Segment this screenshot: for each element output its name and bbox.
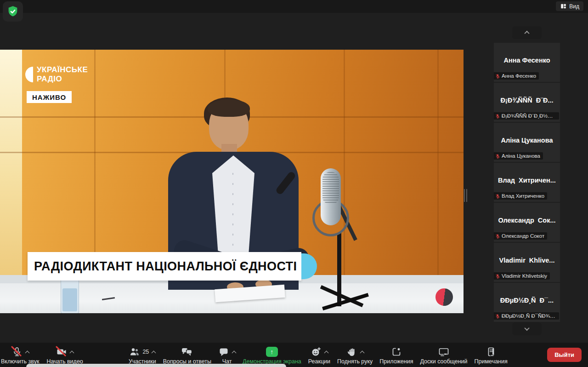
chevron-up-icon: [524, 31, 529, 36]
start-video-button[interactable]: Начать видео: [46, 343, 83, 365]
participant-name: ĐĐµĐ½Đ¸Ñ Đ¯...: [495, 297, 559, 304]
filmstrip-scroll-up-button[interactable]: [512, 26, 542, 39]
wall-seam: [94, 50, 96, 275]
participants-icon: [129, 346, 140, 357]
participant-tile[interactable]: Анна Фесенко Анна Фесенко: [494, 43, 560, 82]
banner-text: РАДІОДИКТАНТ НАЦІОНАЛЬНОЇ ЄДНОСТІ: [28, 259, 297, 274]
audio-options-caret[interactable]: [25, 351, 29, 356]
participant-name: Vladimir Khlive...: [495, 257, 559, 264]
raise-hand-button[interactable]: Поднять руку: [337, 343, 373, 365]
chevron-down-icon: [524, 326, 529, 331]
mic-muted-icon: [495, 114, 500, 119]
whiteboards-button[interactable]: Доски сообщений: [420, 343, 467, 365]
presenter-fringe: [208, 99, 250, 117]
qa-button[interactable]: Вопросы и ответы: [163, 343, 211, 365]
qa-icon: [181, 346, 193, 357]
water: [62, 288, 77, 311]
participants-count: 25: [142, 349, 149, 355]
shirt-buttons: [232, 173, 233, 256]
participant-name: Анна Фесенко: [495, 57, 559, 64]
station-logo-line2: РАДІО: [37, 75, 88, 84]
lower-third-banner: РАДІОДИКТАНТ НАЦІОНАЛЬНОЇ ЄДНОСТІ: [28, 252, 301, 281]
live-badge: НАЖИВО: [27, 91, 72, 103]
participant-tile[interactable]: Олександр Сок... Олександр Сокот: [494, 203, 560, 242]
participant-name: Олександр Сок...: [495, 217, 559, 224]
mic-muted-icon: [495, 154, 500, 159]
share-screen-button[interactable]: ↑ Демонстрация экрана: [243, 343, 301, 365]
participant-tile[interactable]: Аліна Цуканова Аліна Цуканова: [494, 123, 560, 162]
reactions-caret[interactable]: [324, 351, 328, 356]
apps-label: Приложения: [379, 358, 413, 365]
chat-caret[interactable]: [232, 351, 237, 356]
participant-name-label: ĐĐµĐ½Đ¸Ñ Đ¯ÑĐ¾Ñ...: [494, 312, 559, 320]
notes-icon: [486, 346, 497, 357]
station-logo-mark: [25, 67, 33, 82]
raise-hand-caret[interactable]: [360, 351, 364, 356]
station-logo: УКРАЇНСЬКЕ РАДІО: [25, 65, 88, 84]
apps-button[interactable]: Приложения: [379, 343, 413, 365]
main-speaker-video[interactable]: УКРАЇНСЬКЕ РАДІО НАЖИВО РАДІОДИКТАНТ НАЦ…: [0, 50, 464, 313]
presenter-shirt: [212, 155, 254, 266]
participant-name-label: Vladimir Khlivetskiy: [494, 272, 550, 280]
wall-seam: [437, 50, 439, 275]
view-button-label: Вид: [569, 3, 579, 10]
notes-button[interactable]: Примечания: [475, 343, 508, 365]
participant-tile[interactable]: ĐĐµĐ½Đ¸Ñ Đ¯... ĐĐµĐ½Đ¸Ñ Đ¯ÑĐ¾Ñ...: [494, 283, 560, 322]
mic-muted-icon: [495, 234, 500, 239]
video-options-caret[interactable]: [70, 351, 74, 356]
panel-resize-handle[interactable]: [464, 189, 468, 202]
participant-name: Аліна Цуканова: [495, 137, 559, 144]
apps-icon: [391, 346, 402, 357]
chat-button[interactable]: Чат: [218, 343, 236, 365]
shield-check-icon: [6, 5, 19, 18]
station-logo-line1: УКРАЇНСЬКЕ: [37, 65, 88, 75]
participant-tile[interactable]: Đ¡Đ¾ÑÑÑ Đ¨Đ... Đ¡Đ¾ÑÑÑ Đ¨Đ¸Đ½Đ°...: [494, 83, 560, 122]
raise-hand-icon: [346, 346, 357, 357]
raise-hand-label: Поднять руку: [337, 358, 373, 365]
participant-name: Влад Хитричен...: [495, 177, 559, 184]
security-shield-button[interactable]: [3, 1, 23, 22]
participant-name-label: Олександр Сокот: [494, 232, 547, 240]
filmstrip-scroll-down-button[interactable]: [512, 322, 542, 335]
participant-name-label: Аліна Цуканова: [494, 152, 543, 160]
unmute-button[interactable]: Включить звук: [1, 343, 39, 365]
participant-tile[interactable]: Vladimir Khlive... Vladimir Khlivetskiy: [494, 243, 560, 282]
share-screen-icon: ↑: [266, 347, 278, 357]
notes-label: Примечания: [475, 358, 508, 365]
mic-grille: [322, 172, 339, 204]
mic-muted-icon: [495, 314, 500, 319]
participants-caret[interactable]: [152, 351, 156, 356]
participants-filmstrip: Анна Фесенко Анна Фесенко Đ¡Đ¾ÑÑÑ Đ¨Đ...…: [494, 43, 560, 322]
wall-seam: [344, 50, 345, 275]
mic-muted-icon: [495, 274, 500, 279]
participant-tile[interactable]: Влад Хитричен... Влад Хитриченко: [494, 163, 560, 202]
chat-icon: [218, 346, 229, 357]
whiteboard-icon: [438, 346, 450, 357]
reactions-icon: [311, 346, 322, 357]
window-light: [0, 50, 22, 276]
top-bar: Вид: [0, 0, 588, 13]
reactions-button[interactable]: Реакции: [308, 343, 330, 365]
participant-name-label: Đ¡Đ¾ÑÑÑ Đ¨Đ¸Đ½Đ°...: [494, 112, 559, 120]
participant-name-label: Анна Фесенко: [494, 72, 539, 80]
reactions-label: Реакции: [308, 358, 330, 365]
taskbar-peek[interactable]: [26, 364, 286, 367]
participant-name-label: Влад Хитриченко: [494, 192, 547, 200]
grid-view-icon: [560, 3, 567, 10]
mic-muted-icon: [495, 194, 500, 199]
mic-muted-icon: [495, 74, 500, 79]
view-button[interactable]: Вид: [556, 1, 583, 11]
participants-button[interactable]: 25 Участники: [129, 343, 156, 365]
leave-button[interactable]: Выйти: [547, 348, 582, 362]
whiteboards-label: Доски сообщений: [420, 358, 467, 365]
participant-name: Đ¡Đ¾ÑÑÑ Đ¨Đ...: [495, 97, 559, 104]
